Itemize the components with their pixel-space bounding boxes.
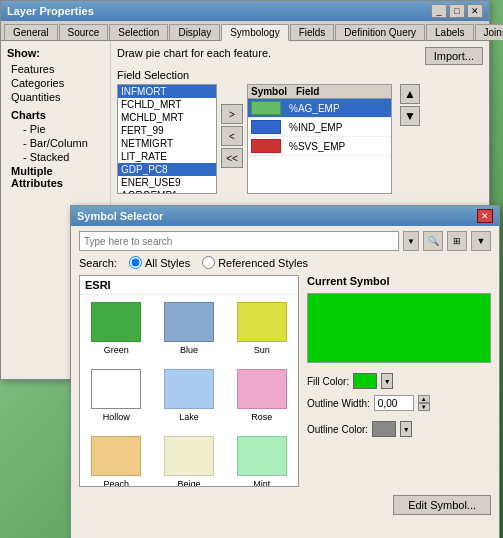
symbol-item-rose[interactable]: Rose bbox=[225, 362, 298, 429]
tab-labels[interactable]: Labels bbox=[426, 24, 473, 40]
remove-arrow-button[interactable]: < bbox=[221, 126, 243, 146]
minimize-button[interactable]: _ bbox=[431, 4, 447, 18]
field-item-gdp[interactable]: GDP_PC8 bbox=[118, 163, 216, 176]
symbol-selector-dialog: Symbol Selector ✕ ▼ 🔍 ⊞ ▼ Search: All St… bbox=[70, 205, 500, 538]
field-item-infmort[interactable]: INFMORT bbox=[118, 85, 216, 98]
ref-styles-label: Referenced Styles bbox=[218, 257, 308, 269]
field-item-net[interactable]: NETMIGRT bbox=[118, 137, 216, 150]
remove-all-button[interactable]: << bbox=[221, 148, 243, 168]
ref-styles-radio[interactable]: Referenced Styles bbox=[202, 256, 308, 269]
field-selection-area: INFMORT FCHLD_MRT MCHLD_MRT FERT_99 NETM… bbox=[117, 84, 483, 194]
sidebar-item-categories[interactable]: Categories bbox=[7, 76, 104, 90]
tab-defquery[interactable]: Definition Query bbox=[335, 24, 425, 40]
symbol-item-mint[interactable]: Mint bbox=[225, 429, 298, 487]
sf-field-ind: %IND_EMP bbox=[289, 122, 342, 133]
sym-search-icon[interactable]: 🔍 bbox=[423, 231, 443, 251]
symbol-item-lake[interactable]: Lake bbox=[153, 362, 226, 429]
move-down-button[interactable]: ▼ bbox=[400, 106, 420, 126]
field-item-agro[interactable]: AGROEMP1 bbox=[118, 189, 216, 194]
outline-color-swatch[interactable] bbox=[372, 421, 396, 437]
sidebar-item-charts[interactable]: Charts bbox=[7, 108, 104, 122]
sym-grid-icon[interactable]: ⊞ bbox=[447, 231, 467, 251]
sidebar-item-features[interactable]: Features bbox=[7, 62, 104, 76]
sf-row-svs[interactable]: %SVS_EMP bbox=[248, 137, 391, 156]
sym-search-dropdown[interactable]: ▼ bbox=[403, 231, 419, 251]
lake-preview bbox=[164, 369, 214, 409]
tab-selection[interactable]: Selection bbox=[109, 24, 168, 40]
outline-color-label: Outline Color: bbox=[307, 424, 368, 435]
sf-field-ag: %AG_EMP bbox=[289, 103, 340, 114]
symbol-field-table: Symbol Field %AG_EMP %IND_EMP %SVS_EMP bbox=[247, 84, 392, 194]
tab-fields[interactable]: Fields bbox=[290, 24, 335, 40]
hollow-label: Hollow bbox=[103, 412, 130, 422]
symbol-item-beige[interactable]: Beige bbox=[153, 429, 226, 487]
fill-color-dropdown[interactable]: ▼ bbox=[381, 373, 393, 389]
search-label: Search: bbox=[79, 257, 117, 269]
rose-label: Rose bbox=[251, 412, 272, 422]
current-symbol-preview bbox=[307, 293, 491, 363]
sf-row-ind[interactable]: %IND_EMP bbox=[248, 118, 391, 137]
sun-preview bbox=[237, 302, 287, 342]
tab-symbology[interactable]: Symbology bbox=[221, 24, 288, 41]
spin-down-button[interactable]: ▼ bbox=[418, 403, 430, 411]
hollow-preview bbox=[91, 369, 141, 409]
tab-general[interactable]: General bbox=[4, 24, 58, 40]
field-item-ener[interactable]: ENER_USE9 bbox=[118, 176, 216, 189]
arrow-buttons: > < << bbox=[221, 84, 243, 168]
symbol-item-sun[interactable]: Sun bbox=[225, 295, 298, 362]
current-symbol-label: Current Symbol bbox=[307, 275, 491, 287]
mint-label: Mint bbox=[253, 479, 270, 487]
sym-search-input[interactable] bbox=[79, 231, 399, 251]
field-item-fert[interactable]: FERT_99 bbox=[118, 124, 216, 137]
rose-preview bbox=[237, 369, 287, 409]
symbol-item-hollow[interactable]: Hollow bbox=[80, 362, 153, 429]
maximize-button[interactable]: □ bbox=[449, 4, 465, 18]
sym-search-row: ▼ 🔍 ⊞ ▼ bbox=[71, 226, 499, 254]
sidebar-item-stacked[interactable]: - Stacked bbox=[7, 150, 104, 164]
sym-style-row: Search: All Styles Referenced Styles bbox=[71, 254, 499, 271]
layer-props-title: Layer Properties bbox=[7, 5, 94, 17]
green-preview bbox=[91, 302, 141, 342]
tab-source[interactable]: Source bbox=[59, 24, 109, 40]
title-bar-controls: _ □ ✕ bbox=[431, 4, 483, 18]
spin-up-button[interactable]: ▲ bbox=[418, 395, 430, 403]
move-up-button[interactable]: ▲ bbox=[400, 84, 420, 104]
sidebar-item-quantities[interactable]: Quantities bbox=[7, 90, 104, 104]
sidebar-item-multiple[interactable]: Multiple Attributes bbox=[7, 164, 104, 190]
sym-options-icon[interactable]: ▼ bbox=[471, 231, 491, 251]
field-item-mchld[interactable]: MCHLD_MRT bbox=[118, 111, 216, 124]
field-list[interactable]: INFMORT FCHLD_MRT MCHLD_MRT FERT_99 NETM… bbox=[117, 84, 217, 194]
green-label: Green bbox=[104, 345, 129, 355]
symbol-grid: Green Blue Sun Hollow bbox=[80, 295, 298, 487]
sym-close-button[interactable]: ✕ bbox=[477, 209, 493, 223]
all-styles-radio[interactable]: All Styles bbox=[129, 256, 190, 269]
fill-color-swatch[interactable] bbox=[353, 373, 377, 389]
fill-color-row: Fill Color: ▼ bbox=[307, 373, 491, 389]
tab-joins[interactable]: Joins & Relates bbox=[475, 24, 503, 40]
close-button[interactable]: ✕ bbox=[467, 4, 483, 18]
sym-title-bar: Symbol Selector ✕ bbox=[71, 206, 499, 226]
edit-symbol-button[interactable]: Edit Symbol... bbox=[393, 495, 491, 515]
peach-label: Peach bbox=[104, 479, 130, 487]
sf-header-symbol: Symbol bbox=[251, 86, 296, 97]
sf-row-ag[interactable]: %AG_EMP bbox=[248, 99, 391, 118]
layer-props-title-bar: Layer Properties _ □ ✕ bbox=[1, 1, 489, 21]
sym-list[interactable]: ESRI Green Blue Sun bbox=[79, 275, 299, 487]
symbol-item-blue[interactable]: Blue bbox=[153, 295, 226, 362]
symbol-item-peach[interactable]: Peach bbox=[80, 429, 153, 487]
sidebar-item-bar[interactable]: - Bar/Column bbox=[7, 136, 104, 150]
show-label: Show: bbox=[7, 47, 104, 59]
outline-width-input[interactable] bbox=[374, 395, 414, 411]
outline-width-row: Outline Width: ▲ ▼ bbox=[307, 395, 491, 411]
sym-right-panel: Current Symbol Fill Color: ▼ Outline Wid… bbox=[307, 275, 491, 487]
tab-display[interactable]: Display bbox=[169, 24, 220, 40]
sidebar-item-pie[interactable]: - Pie bbox=[7, 122, 104, 136]
symbol-item-green[interactable]: Green bbox=[80, 295, 153, 362]
mint-preview bbox=[237, 436, 287, 476]
outline-color-dropdown[interactable]: ▼ bbox=[400, 421, 412, 437]
sf-header-field: Field bbox=[296, 86, 388, 97]
add-arrow-button[interactable]: > bbox=[221, 104, 243, 124]
field-item-fchld[interactable]: FCHLD_MRT bbox=[118, 98, 216, 111]
import-button[interactable]: Import... bbox=[425, 47, 483, 65]
field-item-lit[interactable]: LIT_RATE bbox=[118, 150, 216, 163]
